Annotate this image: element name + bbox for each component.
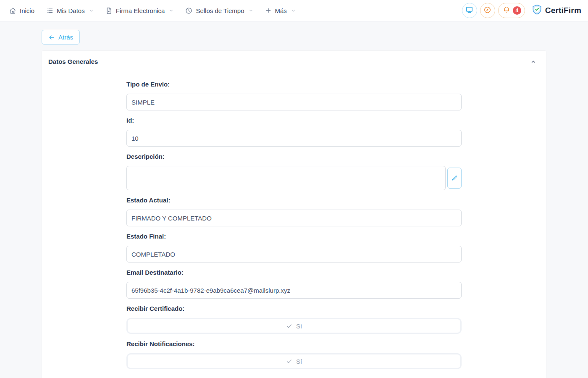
- nav-item-mis-datos[interactable]: Mis Datos: [40, 0, 100, 21]
- estado-actual-input[interactable]: [126, 210, 462, 226]
- field-label: Recibir Certificado:: [126, 305, 462, 312]
- list-icon: [46, 7, 53, 14]
- chevron-down-icon: [291, 8, 296, 13]
- nav-label: Inicio: [20, 7, 34, 14]
- home-icon: [9, 7, 16, 14]
- document-icon: [105, 7, 113, 14]
- field-id: Id:: [126, 117, 462, 147]
- notifications-button[interactable]: 4: [498, 3, 525, 18]
- chevron-up-icon[interactable]: [530, 59, 536, 65]
- back-button-label: Atrás: [58, 34, 73, 41]
- compass-icon: [483, 6, 491, 16]
- id-input[interactable]: [126, 130, 462, 147]
- notification-count-badge: 4: [513, 6, 521, 15]
- chevron-down-icon: [169, 8, 173, 13]
- card-header[interactable]: Datos Generales: [42, 51, 546, 72]
- field-label: Estado Actual:: [126, 197, 462, 204]
- nav-label: Sellos de Tiempo: [196, 7, 244, 14]
- recibir-notificaciones-value: Sí: [126, 353, 462, 369]
- field-email-destinatario: Email Destinatario:: [126, 269, 462, 299]
- edit-descripcion-button[interactable]: [447, 168, 462, 189]
- back-button[interactable]: Atrás: [42, 30, 80, 45]
- chevron-down-icon: [249, 8, 253, 13]
- check-icon: [286, 323, 292, 329]
- tipo-de-envio-input[interactable]: [126, 94, 462, 110]
- arrow-left-icon: [48, 34, 55, 41]
- field-descripcion: Descripción:: [126, 153, 462, 190]
- field-recibir-certificado: Recibir Certificado: Sí: [126, 305, 462, 334]
- nav-label: Más: [275, 7, 287, 14]
- monitor-button[interactable]: [462, 3, 477, 18]
- descripcion-textarea[interactable]: [126, 166, 446, 190]
- plus-icon: [265, 7, 272, 14]
- pencil-icon: [451, 175, 458, 181]
- clock-icon: [185, 7, 192, 14]
- check-label: Sí: [296, 358, 302, 365]
- bell-icon: [503, 6, 510, 15]
- compass-button[interactable]: [480, 3, 495, 18]
- field-estado-final: Estado Final:: [126, 233, 462, 262]
- field-recibir-notificaciones: Recibir Notificaciones: Sí: [126, 340, 462, 369]
- field-label: Estado Final:: [126, 233, 462, 240]
- recibir-certificado-value: Sí: [126, 318, 462, 334]
- field-tipo-de-envio: Tipo de Envío:: [126, 81, 462, 110]
- brand-name: CertiFirm: [545, 6, 581, 15]
- nav-item-sellos-de-tiempo[interactable]: Sellos de Tiempo: [179, 0, 259, 21]
- nav-label: Firma Electronica: [116, 7, 165, 14]
- field-label: Email Destinatario:: [126, 269, 462, 276]
- field-label: Descripción:: [126, 153, 462, 160]
- nav-item-mas[interactable]: Más: [259, 0, 302, 21]
- chevron-down-icon: [89, 8, 94, 13]
- nav-item-firma-electronica[interactable]: Firma Electronica: [100, 0, 180, 21]
- card-title: Datos Generales: [48, 58, 98, 65]
- nav-item-inicio[interactable]: Inicio: [3, 0, 40, 21]
- main-nav: Inicio Mis Datos Firma Electronica Se: [3, 0, 302, 21]
- brand-logo[interactable]: CertiFirm: [531, 4, 581, 17]
- estado-final-input[interactable]: [126, 246, 462, 262]
- field-label: Id:: [126, 117, 462, 124]
- field-label: Tipo de Envío:: [126, 81, 462, 88]
- email-destinatario-input[interactable]: [126, 282, 462, 299]
- navbar-actions: 4 CertiFirm: [462, 3, 581, 18]
- nav-label: Mis Datos: [57, 7, 85, 14]
- field-estado-actual: Estado Actual:: [126, 197, 462, 226]
- card-body: Tipo de Envío: Id: Descripción: Estado A…: [126, 72, 462, 369]
- shield-check-icon: [531, 4, 543, 17]
- top-navbar: Inicio Mis Datos Firma Electronica Se: [0, 0, 588, 21]
- check-label: Sí: [296, 323, 302, 330]
- check-icon: [286, 358, 292, 365]
- field-label: Recibir Notificaciones:: [126, 340, 462, 348]
- datos-generales-card: Datos Generales Tipo de Envío: Id: Descr…: [42, 51, 546, 378]
- monitor-icon: [465, 6, 473, 16]
